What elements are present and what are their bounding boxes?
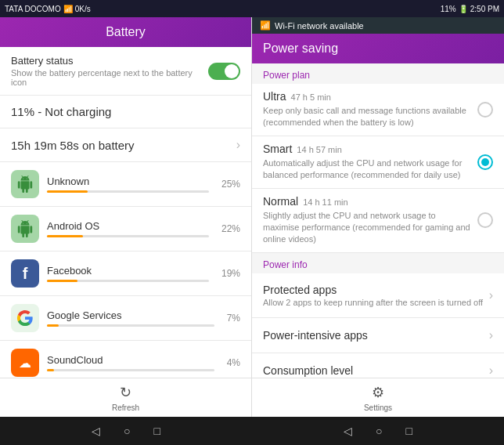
- right-panel: 📶 Wi-Fi network available Power saving P…: [252, 17, 504, 417]
- consumption-level-text: Consumption level: [263, 364, 353, 377]
- app-icon-soundcloud: ☁: [11, 349, 39, 377]
- radio-smart[interactable]: [477, 154, 493, 170]
- right-body: Power plan Ultra 47 h 5 min Keep only ba…: [252, 63, 504, 378]
- settings-button[interactable]: ⚙ Settings: [364, 384, 392, 412]
- app-info-android-os: Android OS: [47, 220, 209, 237]
- status-bar: TATA DOCOMO 📶 0K/s 11% 🔋 2:50 PM: [0, 0, 504, 17]
- plan-name-smart: Smart: [263, 143, 292, 155]
- battery-status-title: Battery status: [11, 55, 208, 67]
- protected-apps-row[interactable]: Protected apps Allow 2 apps to keep runn…: [252, 273, 504, 318]
- battery-status-subtitle: Show the battery percentage next to the …: [11, 68, 208, 87]
- consumption-level-row[interactable]: Consumption level ›: [252, 353, 504, 378]
- battery-status-toggle[interactable]: [208, 63, 240, 80]
- signal-icon: 📶: [63, 5, 73, 13]
- app-bar-facebook: [47, 280, 77, 282]
- charging-status-row: 11% - Not charging: [0, 96, 251, 128]
- plan-row-ultra[interactable]: Ultra 47 h 5 min Keep only basic call an…: [252, 84, 504, 136]
- app-name-unknown: Unknown: [47, 175, 209, 187]
- app-pct-soundcloud: 4%: [227, 357, 240, 368]
- app-icon-google: [11, 304, 39, 332]
- power-intensive-row[interactable]: Power-intensive apps ›: [252, 318, 504, 353]
- right-title: Power saving: [263, 42, 338, 55]
- plan-desc-ultra: Keep only basic call and message functio…: [263, 105, 471, 129]
- battery-icon: 🔋: [459, 5, 468, 13]
- right-header: Power saving: [252, 34, 504, 63]
- battery-time-row[interactable]: 15h 19m 58s on battery ›: [0, 128, 251, 162]
- plan-desc-normal: Slightly adjust the CPU and network usag…: [263, 210, 471, 246]
- back-button-right[interactable]: ◁: [344, 425, 352, 437]
- home-button[interactable]: ○: [124, 425, 130, 437]
- nav-bar: ◁ ○ □ ◁ ○ □: [0, 417, 504, 445]
- plan-title-row-ultra: Ultra 47 h 5 min: [263, 90, 471, 103]
- app-row-unknown[interactable]: Unknown 25%: [0, 162, 251, 207]
- app-row-facebook[interactable]: f Facebook 19%: [0, 251, 251, 296]
- app-pct-facebook: 19%: [221, 268, 240, 279]
- app-bar-soundcloud: [47, 369, 54, 371]
- recent-icon: □: [154, 425, 160, 437]
- power-intensive-text: Power-intensive apps: [263, 329, 368, 342]
- app-name-facebook: Facebook: [47, 265, 209, 277]
- app-bar-wrap-android-os: [47, 235, 209, 237]
- protected-apps-title: Protected apps: [263, 284, 483, 296]
- app-bar-google: [47, 324, 59, 327]
- app-row-google[interactable]: Google Services 7%: [0, 296, 251, 341]
- left-footer: ↻ Refresh: [0, 378, 251, 417]
- power-intensive-chevron: ›: [489, 328, 493, 342]
- wifi-notice: 📶 Wi-Fi network available: [252, 17, 504, 34]
- recent-button[interactable]: □: [154, 425, 160, 437]
- app-bar-android-os: [47, 235, 83, 237]
- back-icon: ◁: [92, 425, 100, 437]
- plan-info-normal: Normal 14 h 11 min Slightly adjust the C…: [263, 195, 471, 246]
- home-icon-right: ○: [376, 425, 382, 437]
- settings-icon: ⚙: [372, 384, 384, 401]
- app-icon-unknown: [11, 170, 39, 198]
- plan-info-smart: Smart 14 h 57 min Automatically adjust t…: [263, 143, 471, 182]
- app-name-android-os: Android OS: [47, 220, 209, 232]
- plan-name-normal: Normal: [263, 195, 298, 208]
- recent-button-right[interactable]: □: [406, 425, 412, 437]
- battery-time-text: 15h 19m 58s on battery: [11, 139, 135, 152]
- battery-status-text: Battery status Show the battery percenta…: [11, 55, 208, 87]
- protected-apps-text: Protected apps Allow 2 apps to keep runn…: [263, 284, 483, 307]
- app-pct-unknown: 25%: [221, 179, 240, 190]
- plan-name-ultra: Ultra: [263, 90, 286, 103]
- app-info-google: Google Services: [47, 309, 214, 327]
- home-button-right[interactable]: ○: [376, 425, 382, 437]
- battery-status-row: Battery status Show the battery percenta…: [0, 47, 251, 96]
- main-content: Battery Battery status Show the battery …: [0, 17, 504, 417]
- nav-half-right: ◁ ○ □: [252, 417, 504, 445]
- app-bar-unknown: [47, 190, 88, 193]
- plan-row-smart[interactable]: Smart 14 h 57 min Automatically adjust t…: [252, 136, 504, 189]
- refresh-icon: ↻: [120, 384, 131, 401]
- wifi-icon: 📶: [260, 20, 271, 31]
- app-pct-google: 7%: [227, 313, 240, 324]
- plan-title-row-normal: Normal 14 h 11 min: [263, 195, 471, 208]
- recent-icon-right: □: [406, 425, 412, 437]
- protected-apps-sub: Allow 2 apps to keep running after the s…: [263, 298, 483, 307]
- consumption-level-title: Consumption level: [263, 364, 353, 377]
- status-bar-left: TATA DOCOMO 📶 0K/s: [5, 5, 91, 13]
- plan-info-ultra: Ultra 47 h 5 min Keep only basic call an…: [263, 90, 471, 129]
- home-icon: ○: [124, 425, 130, 437]
- refresh-label: Refresh: [112, 403, 139, 412]
- plan-time-normal: 14 h 11 min: [303, 197, 347, 207]
- app-icon-android-os: [11, 215, 39, 243]
- settings-label: Settings: [364, 403, 392, 412]
- protected-apps-chevron: ›: [489, 288, 493, 302]
- plan-time-ultra: 47 h 5 min: [291, 92, 331, 102]
- back-button[interactable]: ◁: [92, 425, 100, 437]
- refresh-button[interactable]: ↻ Refresh: [112, 384, 139, 412]
- left-panel: Battery Battery status Show the battery …: [0, 17, 252, 417]
- app-pct-android-os: 22%: [221, 223, 240, 234]
- plan-row-normal[interactable]: Normal 14 h 11 min Slightly adjust the C…: [252, 189, 504, 253]
- radio-ultra[interactable]: [477, 102, 493, 118]
- app-row-soundcloud[interactable]: ☁ SoundCloud 4%: [0, 341, 251, 378]
- radio-normal[interactable]: [477, 212, 493, 228]
- left-body: Battery status Show the battery percenta…: [0, 47, 251, 378]
- app-bar-wrap-unknown: [47, 190, 209, 193]
- app-row-android-os[interactable]: Android OS 22%: [0, 207, 251, 251]
- app-name-google: Google Services: [47, 309, 214, 321]
- plan-time-smart: 14 h 57 min: [297, 145, 341, 154]
- battery-time-chevron: ›: [236, 138, 240, 152]
- nav-half-left: ◁ ○ □: [0, 417, 252, 445]
